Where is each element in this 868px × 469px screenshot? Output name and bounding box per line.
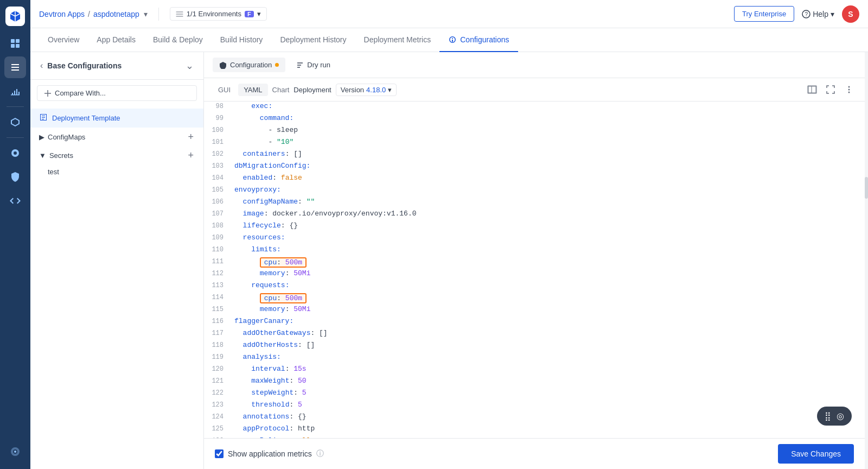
- nav-code[interactable]: [4, 190, 26, 212]
- compare-with-button[interactable]: Compare With...: [37, 85, 197, 101]
- toolbar-right-actions: [805, 83, 856, 97]
- line-number: 120: [204, 365, 232, 373]
- code-line-118: 118 addOtherHosts: []: [204, 340, 865, 352]
- config-tab-configuration[interactable]: Configuration: [213, 58, 285, 72]
- show-metrics-group: Show application metrics ⓘ: [215, 449, 324, 459]
- breadcrumb-separator: /: [88, 10, 90, 18]
- nav-deploy-groups[interactable]: [4, 111, 26, 133]
- breadcrumb-current-app[interactable]: aspdotnetapp: [93, 10, 139, 18]
- save-changes-button[interactable]: Save Changes: [778, 444, 854, 464]
- svg-point-11: [848, 92, 850, 93]
- devtron-logo[interactable]: [5, 7, 25, 26]
- line-content: configMapName: "": [232, 198, 865, 206]
- sidebar: ‹ Base Configurations ⌄ Compare With... …: [30, 52, 204, 469]
- yaml-tab[interactable]: YAML: [238, 84, 267, 96]
- sidebar-items: Deployment Template ▶ ConfigMaps +: [30, 106, 203, 181]
- line-number: 126: [204, 436, 232, 438]
- code-line-111: 111 cpu: 500m: [204, 257, 865, 269]
- scrollbar[interactable]: [865, 52, 868, 469]
- sidebar-group-configmaps: ▶ ConfigMaps +: [30, 128, 203, 146]
- sidebar-item-deployment-template[interactable]: Deployment Template: [30, 109, 203, 128]
- line-number: 100: [204, 126, 232, 134]
- widget-settings-icon: ◎: [837, 411, 844, 421]
- show-metrics-checkbox[interactable]: [215, 449, 224, 458]
- code-line-104: 104 enabled: false: [204, 173, 865, 185]
- code-line-125: 125 appProtocol: http: [204, 424, 865, 436]
- sidebar-expand-button[interactable]: ⌄: [184, 59, 195, 73]
- line-number: 115: [204, 305, 232, 313]
- breadcrumb-app-name[interactable]: Devtron Apps: [39, 10, 85, 18]
- environment-selector[interactable]: 1/1 Environments F ▾: [170, 7, 267, 21]
- svg-rect-2: [11, 44, 15, 48]
- deployment-template-icon: [39, 113, 48, 123]
- line-number: 102: [204, 150, 232, 158]
- more-options-button[interactable]: [842, 83, 856, 97]
- bottom-bar: Show application metrics ⓘ Save Changes: [204, 438, 865, 469]
- version-value: 4.18.0: [366, 86, 386, 94]
- fullscreen-button[interactable]: [824, 83, 838, 97]
- secret-test-item[interactable]: test: [39, 164, 203, 179]
- sidebar-title-group: ‹ Base Configurations: [39, 60, 122, 72]
- tab-configurations[interactable]: Configurations: [439, 28, 518, 52]
- tab-deployment-history[interactable]: Deployment History: [271, 28, 355, 52]
- deployment-label: Deployment: [293, 86, 331, 94]
- line-content: cpu: 500m: [232, 257, 865, 268]
- nav-dashboard[interactable]: [4, 33, 26, 54]
- line-number: 113: [204, 281, 232, 289]
- code-editor[interactable]: 98 exec:99 command:100 - sleep101 - "10"…: [204, 102, 865, 438]
- sidebar-secrets-header[interactable]: ▼ Secrets +: [30, 146, 203, 164]
- svg-point-10: [848, 89, 850, 91]
- tab-build-history[interactable]: Build History: [212, 28, 272, 52]
- gui-tab[interactable]: GUI: [213, 84, 236, 96]
- nav-charts[interactable]: [4, 80, 26, 102]
- show-metrics-label[interactable]: Show application metrics: [228, 449, 312, 458]
- sidebar-collapse-button[interactable]: ‹: [39, 60, 44, 72]
- nav-apps[interactable]: [4, 56, 26, 78]
- env-badge-letter: F: [245, 11, 254, 17]
- svg-point-9: [848, 86, 850, 88]
- tab-build-deploy[interactable]: Build & Deploy: [144, 28, 212, 52]
- app-dropdown-arrow[interactable]: ▾: [144, 10, 148, 18]
- floating-widget[interactable]: ⣿ ◎: [817, 407, 852, 426]
- help-button[interactable]: ? Help ▾: [802, 10, 834, 18]
- configmaps-label: ConfigMaps: [48, 133, 85, 141]
- code-line-117: 117 addOtherGateways: []: [204, 328, 865, 340]
- try-enterprise-button[interactable]: Try Enterprise: [734, 6, 794, 22]
- tab-overview[interactable]: Overview: [39, 28, 88, 52]
- line-content: requests:: [232, 281, 865, 289]
- code-line-109: 109 resources:: [204, 233, 865, 245]
- nav-security[interactable]: [4, 166, 26, 188]
- dry-run-tab[interactable]: Dry run: [290, 58, 337, 72]
- version-dropdown-icon: ▾: [388, 86, 392, 94]
- version-selector[interactable]: Version 4.18.0 ▾: [336, 84, 397, 96]
- tab-deployment-metrics[interactable]: Deployment Metrics: [355, 28, 440, 52]
- line-content: stepWeight: 5: [232, 389, 865, 397]
- line-content: addOtherGateways: []: [232, 329, 865, 337]
- breadcrumb: Devtron Apps / aspdotnetapp ▾: [39, 10, 148, 18]
- sidebar-configmaps-header[interactable]: ▶ ConfigMaps +: [30, 128, 203, 146]
- line-number: 117: [204, 329, 232, 337]
- sidebar-header: ‹ Base Configurations ⌄: [30, 52, 203, 80]
- secrets-arrow-icon: ▼: [39, 151, 46, 160]
- nav-settings[interactable]: [4, 441, 26, 462]
- add-configmap-button[interactable]: +: [187, 132, 195, 142]
- user-avatar[interactable]: S: [842, 5, 859, 23]
- tab-app-details[interactable]: App Details: [88, 28, 144, 52]
- metrics-info-icon[interactable]: ⓘ: [316, 449, 324, 459]
- secrets-label: Secrets: [49, 151, 73, 160]
- code-line-123: 123 threshold: 5: [204, 400, 865, 412]
- split-view-button[interactable]: [805, 83, 819, 97]
- line-content: containers: []: [232, 150, 865, 158]
- line-number: 114: [204, 293, 232, 301]
- line-number: 123: [204, 401, 232, 409]
- code-line-108: 108 lifecycle: {}: [204, 221, 865, 233]
- line-content: - sleep: [232, 126, 865, 134]
- line-content: addOtherHosts: []: [232, 341, 865, 349]
- env-label: 1/1 Environments: [187, 10, 241, 18]
- line-number: 101: [204, 138, 232, 146]
- nav-global-config[interactable]: [4, 142, 26, 164]
- line-number: 104: [204, 174, 232, 182]
- add-secret-button[interactable]: +: [187, 150, 195, 160]
- line-content: threshold: 5: [232, 401, 865, 409]
- code-line-99: 99 command:: [204, 113, 865, 125]
